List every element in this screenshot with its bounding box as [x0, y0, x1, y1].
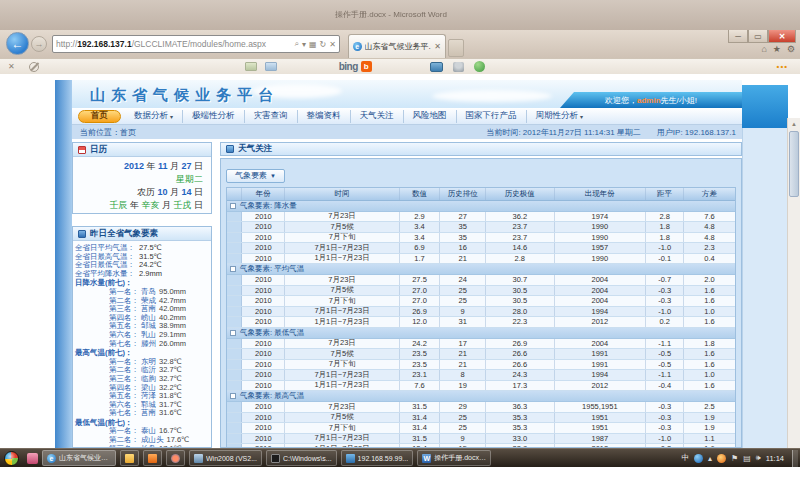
group-header-row: 气象要素: 最高气温: [227, 391, 735, 402]
station-name[interactable]: 莒南: [141, 409, 156, 418]
nav-item-4[interactable]: 整编资料: [297, 110, 350, 123]
pinned-app-icon[interactable]: [27, 453, 38, 464]
table-row[interactable]: 20107月5候23.52126.61991-0.51.6: [227, 349, 735, 360]
table-cell: 2010: [242, 370, 285, 380]
minimize-button[interactable]: ─: [728, 30, 748, 43]
search-icon[interactable]: ⌕: [295, 39, 299, 49]
chevron-down-icon[interactable]: ▾: [302, 40, 306, 49]
settings-gear-icon[interactable]: ⚙: [787, 44, 795, 54]
table-row[interactable]: 20107月23日31.52936.31955,1951-0.32.5: [227, 402, 735, 413]
compatibility-icon[interactable]: ▦: [309, 40, 317, 49]
bing-logo[interactable]: bing b: [339, 61, 372, 72]
table-row[interactable]: 20107月1日~7月23日31.5933.01987-1.01.1: [227, 434, 735, 445]
rdp-icon: [346, 454, 355, 463]
taskbar-window-3[interactable]: W操作手册.docx ...: [417, 450, 491, 466]
nav-item-label: 国家下行产品: [466, 110, 517, 122]
refresh-icon[interactable]: ↻: [320, 40, 327, 49]
rank-line: 第七名：莒南31.6℃: [75, 409, 205, 418]
table-cell: 2010: [242, 381, 285, 391]
table-row[interactable]: 20101月1日~7月23日7.61917.32012-0.41.6: [227, 381, 735, 392]
scroll-up-icon[interactable]: ▲: [788, 119, 800, 130]
group-checkbox[interactable]: [230, 330, 236, 336]
tray-expand-icon[interactable]: ▴: [708, 454, 712, 463]
table-row[interactable]: 20107月5候3.43523.719901.84.8: [227, 222, 735, 233]
show-desktop-button[interactable]: [792, 450, 798, 467]
mail-addon-icon[interactable]: [265, 62, 277, 71]
cmd-icon: [271, 454, 280, 463]
maximize-button[interactable]: ▭: [748, 30, 768, 43]
browser-tab[interactable]: e 山东省气候业务平... ✕: [348, 34, 446, 58]
table-cell: 2010: [242, 349, 285, 359]
table-row[interactable]: 20107月下旬3.43523.719901.84.8: [227, 233, 735, 244]
nav-item-3[interactable]: 灾害查询: [244, 110, 297, 123]
taskbar-window-2[interactable]: 192.168.59.99...: [341, 450, 414, 466]
table-row[interactable]: 20107月23日2.92736.219742.87.6: [227, 212, 735, 223]
table-row[interactable]: 20107月下旬27.02530.52004-0.31.6: [227, 296, 735, 307]
new-tab-button[interactable]: [448, 39, 464, 57]
table-cell: 1994: [555, 370, 646, 380]
table-row[interactable]: 20107月1日~7月23日26.9928.01994-1.01.0: [227, 307, 735, 318]
camera-addon-icon[interactable]: [430, 62, 443, 72]
table-cell: 36.3: [486, 402, 555, 412]
table-row[interactable]: 20107月1日~7月23日23.1824.31994-1.11.0: [227, 370, 735, 381]
table-cell: 26.6: [486, 360, 555, 370]
table-row[interactable]: 20101月1日~7月23日12.03122.320120.21.6: [227, 317, 735, 328]
back-button[interactable]: ←: [6, 32, 29, 55]
element-filter-button[interactable]: 气象要素 ▼: [226, 169, 285, 183]
table-row[interactable]: 20107月下旬23.52126.61991-0.51.6: [227, 360, 735, 371]
tray-browser-icon[interactable]: [717, 454, 726, 463]
tray-app-icon[interactable]: [694, 454, 703, 463]
nav-item-6[interactable]: 风险地图: [403, 110, 456, 123]
station-name[interactable]: 滕州: [141, 340, 156, 349]
nav-item-5[interactable]: 天气关注: [350, 110, 403, 123]
calendar-line: 农历 10 月 14 日: [73, 186, 203, 199]
table-row[interactable]: 20107月1日~7月23日6.91614.61957-1.02.3: [227, 243, 735, 254]
language-indicator[interactable]: 中: [681, 453, 689, 463]
taskbar-pinned-player[interactable]: [143, 450, 162, 466]
table-row[interactable]: 20107月5候31.42535.31951-0.31.9: [227, 413, 735, 424]
network-icon[interactable]: ▤: [743, 454, 751, 463]
nav-item-7[interactable]: 国家下行产品: [456, 110, 526, 123]
table-row[interactable]: 20107月23日24.21726.92004-1.11.8: [227, 339, 735, 350]
group-checkbox[interactable]: [230, 266, 236, 272]
favorites-star-icon[interactable]: ★: [773, 44, 781, 54]
address-bar[interactable]: http://192.168.137.1/GLCCLIMATE/modules/…: [52, 35, 340, 53]
table-cell: 27.0: [400, 296, 441, 306]
toolbar-close-icon[interactable]: ✕: [8, 62, 15, 71]
contacts-addon-icon[interactable]: [453, 62, 464, 72]
group-checkbox[interactable]: [230, 393, 236, 399]
home-icon[interactable]: ⌂: [761, 44, 766, 54]
taskbar-window-0[interactable]: Win2008 (VS2...: [189, 450, 262, 466]
taskbar-window-1[interactable]: C:\Windows\s...: [266, 450, 337, 466]
nav-item-2[interactable]: 极端性分析: [182, 110, 244, 123]
stop-icon[interactable]: ✕: [329, 40, 336, 49]
browser-scrollbar[interactable]: ▲ ▼: [787, 118, 800, 448]
rank-line: 第四名：梁山32.2℃: [75, 384, 205, 393]
table-row[interactable]: 20101月1日~7月23日1.7212.81990-0.10.4: [227, 254, 735, 265]
share-addon-icon[interactable]: [474, 61, 485, 72]
nav-item-1[interactable]: 数据分析▾: [125, 110, 182, 123]
tab-close-icon[interactable]: ✕: [434, 42, 441, 51]
scrollbar-thumb[interactable]: [789, 131, 799, 197]
forward-button[interactable]: →: [31, 36, 47, 52]
group-checkbox[interactable]: [230, 203, 236, 209]
tray-clock[interactable]: 11:14: [766, 454, 784, 463]
taskbar-pinned-folder[interactable]: [120, 450, 139, 466]
more-button[interactable]: •••: [777, 62, 788, 71]
volume-icon[interactable]: 🕪: [756, 453, 761, 463]
table-row[interactable]: 20107月23日27.52430.72004-0.72.0: [227, 275, 735, 286]
table-row[interactable]: 20107月5候27.02530.52004-0.31.6: [227, 286, 735, 297]
rank-line: 第七名：滕州26.0mm: [75, 340, 205, 349]
taskbar-ie-window[interactable]: e 山东省气候业务平台: [42, 450, 116, 466]
close-button[interactable]: ✕: [768, 30, 796, 43]
table-row[interactable]: 20107月下旬31.42535.31951-0.31.9: [227, 423, 735, 434]
nav-item-8[interactable]: 周期性分析▾: [526, 110, 593, 123]
action-center-flag-icon[interactable]: ⚑: [731, 454, 738, 463]
taskbar-pinned-media[interactable]: [166, 450, 185, 466]
nav-item-label: 数据分析: [134, 110, 168, 122]
taskbar-window-label: 192.168.59.99...: [358, 455, 409, 462]
card-addon-icon[interactable]: [245, 62, 257, 71]
nav-item-0[interactable]: 首页: [78, 110, 121, 123]
start-button[interactable]: [4, 451, 19, 466]
table-cell: 2010: [242, 402, 285, 412]
